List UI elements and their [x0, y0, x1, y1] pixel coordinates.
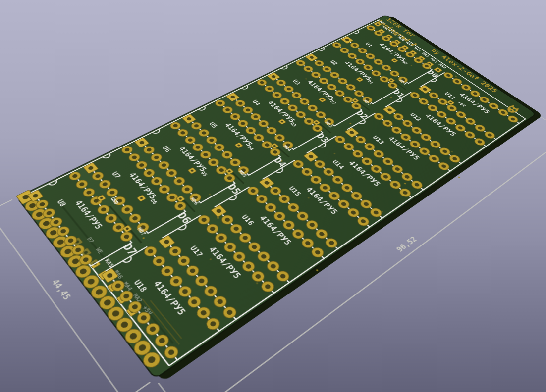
- dimension-length-label: 96,52: [394, 235, 419, 253]
- pcb-board-svg: 44,4596,52D7WERASMA6MA4MA2+5VGNDCAS0MD0M…: [0, 0, 546, 392]
- dimension-width-label: 44,45: [50, 277, 73, 301]
- pcb-3d-viewport[interactable]: 44,4596,52D7WERASMA6MA4MA2+5VGNDCAS0MD0M…: [0, 0, 546, 392]
- pcb-board-3d: 44,4596,52D7WERASMA6MA4MA2+5VGNDCAS0MD0M…: [17, 15, 536, 379]
